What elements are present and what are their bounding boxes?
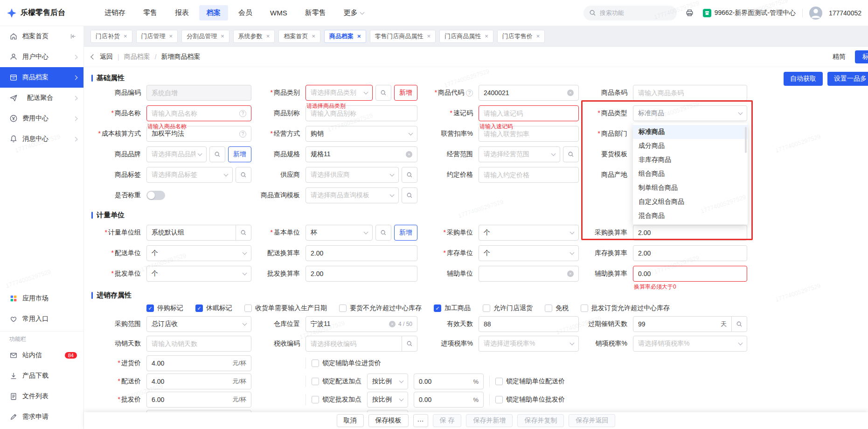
- flag-dormant[interactable]: 休眠标记: [195, 304, 232, 312]
- cancel-button[interactable]: 取消: [337, 414, 364, 427]
- checkbox-icon[interactable]: [339, 304, 347, 312]
- compact-mode-link[interactable]: 精简: [833, 53, 846, 61]
- input[interactable]: [311, 270, 412, 277]
- input[interactable]: [152, 110, 236, 117]
- input[interactable]: [638, 89, 742, 97]
- dropdown-option-combo[interactable]: 组合商品: [633, 167, 748, 181]
- input[interactable]: [152, 229, 231, 236]
- tag-select[interactable]: 请选择商品标签: [146, 167, 233, 183]
- shorthand-code-input[interactable]: [479, 105, 579, 121]
- sidebar-item-favorites[interactable]: 常用入口: [0, 309, 83, 329]
- input[interactable]: [638, 229, 742, 236]
- save-and-return-button[interactable]: 保存并返回: [569, 414, 615, 427]
- lock-delivery-markup[interactable]: 锁定配送加点: [312, 377, 361, 386]
- purchase-scope-select[interactable]: 总订店收: [146, 316, 251, 332]
- scrollbar-thumb[interactable]: [745, 127, 747, 153]
- checkbox-icon[interactable]: [434, 304, 441, 312]
- save-template-button[interactable]: 保存模板: [368, 414, 409, 427]
- close-icon[interactable]: ×: [169, 33, 173, 39]
- product-id-input[interactable]: [479, 85, 579, 101]
- checkbox-icon[interactable]: [545, 304, 552, 312]
- input[interactable]: [152, 360, 229, 367]
- wholesale-unit-select[interactable]: 个: [146, 266, 251, 282]
- checkbox-icon[interactable]: [581, 304, 588, 312]
- set-multi-code-button[interactable]: 设置一品多: [827, 72, 868, 86]
- search-input[interactable]: [600, 9, 665, 16]
- nav-report[interactable]: 报表: [167, 5, 196, 21]
- sidebar-item-inbox[interactable]: 站内信 84: [0, 345, 83, 366]
- flag-stop-purchase[interactable]: 停购标记: [146, 304, 183, 312]
- breadcrumb-parent[interactable]: 商品档案: [124, 53, 150, 61]
- brand-search-button[interactable]: [209, 146, 225, 162]
- tag-search-button[interactable]: [236, 167, 251, 183]
- wholesale-price-input[interactable]: 元/杯: [146, 392, 251, 408]
- input[interactable]: [638, 320, 718, 328]
- dropdown-option-non-stock[interactable]: 非库存商品: [633, 153, 748, 167]
- input[interactable]: [311, 320, 386, 328]
- sidebar-item-file-list[interactable]: 文件列表: [0, 386, 83, 407]
- sidebar-item-delivery[interactable]: 配送聚合: [0, 88, 83, 108]
- delivery-unit-select[interactable]: 个: [146, 245, 251, 261]
- input[interactable]: [484, 270, 564, 277]
- product-category-select[interactable]: 请选择商品类别: [306, 85, 373, 101]
- dropdown-option-custom-combo[interactable]: 自定义组合商品: [633, 195, 748, 209]
- input[interactable]: [638, 249, 742, 257]
- tab-retail-store-attr[interactable]: 零售门店商品属性×: [370, 30, 436, 43]
- close-icon[interactable]: ×: [357, 33, 361, 39]
- sidebar-item-request[interactable]: 需求申请: [0, 407, 83, 427]
- input[interactable]: [311, 110, 412, 117]
- back-button[interactable]: 返回: [100, 53, 113, 61]
- input[interactable]: [152, 396, 229, 403]
- save-button[interactable]: 保 存: [433, 414, 462, 427]
- brand-select[interactable]: 请选择商品品牌: [146, 146, 207, 162]
- input[interactable]: [419, 396, 470, 403]
- checkbox-icon[interactable]: [146, 304, 154, 312]
- checkbox-icon[interactable]: [312, 378, 319, 385]
- base-unit-add-button[interactable]: 新增: [394, 225, 417, 241]
- global-search[interactable]: [583, 6, 677, 21]
- wholesale-markup-mode-select[interactable]: 按比例: [367, 392, 408, 408]
- category-search-button[interactable]: [375, 85, 391, 101]
- category-add-button[interactable]: 新增: [394, 85, 417, 101]
- dropdown-option-doc-combo[interactable]: 制单组合商品: [633, 181, 748, 195]
- supplier-search-button[interactable]: [402, 167, 417, 183]
- tax-code-input[interactable]: [306, 336, 402, 352]
- purchase-price-input[interactable]: 元/杯: [146, 355, 251, 371]
- lock-aux-wholesale-price[interactable]: 锁定辅助单位批发价: [495, 395, 565, 404]
- unit-group-search-button[interactable]: [236, 225, 251, 241]
- input[interactable]: [311, 249, 412, 257]
- wholesale-markup-input[interactable]: %: [414, 392, 484, 408]
- clear-icon[interactable]: [567, 270, 574, 277]
- flag-processed-goods[interactable]: 加工商品: [434, 304, 471, 312]
- input[interactable]: [311, 340, 397, 347]
- base-unit-search-button[interactable]: [375, 225, 391, 241]
- nav-more[interactable]: 更多: [336, 5, 371, 21]
- close-icon[interactable]: ×: [266, 33, 270, 39]
- account-name[interactable]: 177740052: [829, 9, 861, 17]
- sidebar-item-user-center[interactable]: 用户中心: [0, 47, 83, 67]
- tab-system-params[interactable]: 系统参数×: [233, 30, 275, 43]
- input[interactable]: [152, 378, 229, 385]
- scope-search-button[interactable]: [563, 146, 579, 162]
- collapse-sidebar-icon[interactable]: [69, 33, 77, 40]
- nav-archive[interactable]: 档案: [199, 5, 228, 21]
- stock-rate-input[interactable]: [633, 245, 747, 261]
- business-mode-select[interactable]: 购销: [306, 126, 417, 142]
- brand-add-button[interactable]: 新增: [228, 146, 251, 162]
- save-and-copy-button[interactable]: 保存并复制: [517, 414, 564, 427]
- purchase-unit-select[interactable]: 个: [479, 225, 579, 241]
- flag-tax-free[interactable]: 免税: [545, 304, 569, 312]
- input[interactable]: [484, 320, 574, 328]
- delivery-price-input[interactable]: 元/杯: [146, 374, 251, 389]
- input[interactable]: [484, 130, 574, 138]
- checkbox-icon[interactable]: [312, 396, 319, 403]
- delivery-markup-mode-select[interactable]: 按比例: [367, 374, 408, 389]
- sidebar-item-downloads[interactable]: 产品下载: [0, 366, 83, 386]
- valid-days-input[interactable]: [479, 316, 579, 332]
- moving-days-input[interactable]: [146, 336, 251, 352]
- tab-split-manage[interactable]: 分割品管理×: [181, 30, 229, 43]
- input[interactable]: [638, 270, 742, 277]
- checkbox-icon[interactable]: [195, 304, 203, 312]
- product-name-input[interactable]: [146, 105, 251, 121]
- delivery-markup-input[interactable]: %: [414, 374, 484, 389]
